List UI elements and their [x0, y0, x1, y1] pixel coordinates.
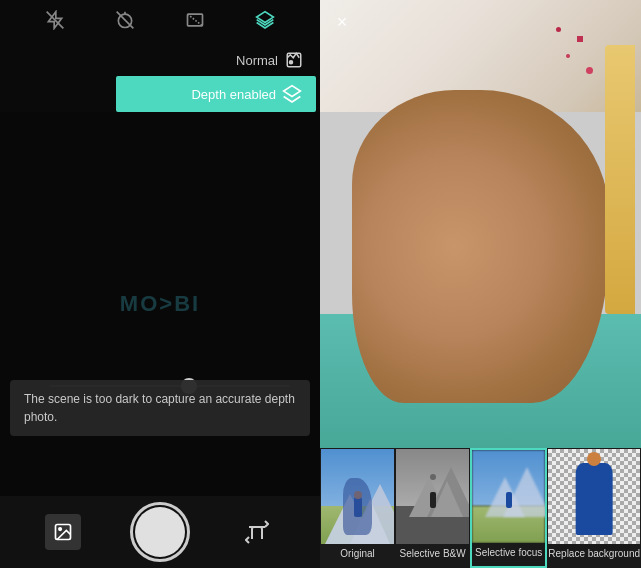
flower-dot-1 — [577, 36, 583, 42]
depth-enabled-option[interactable]: Depth enabled — [116, 76, 316, 112]
shutter-inner — [135, 507, 185, 557]
svg-point-8 — [290, 61, 293, 64]
mode-bar: Normal Depth enabled — [0, 44, 320, 112]
filter-replace-bg[interactable]: Replace background — [547, 448, 641, 568]
filter-thumb-original — [321, 449, 394, 544]
top-icon-bar — [0, 0, 320, 40]
close-icon: × — [337, 12, 348, 33]
svg-line-5 — [188, 14, 203, 26]
close-button[interactable]: × — [330, 10, 354, 34]
gallery-button[interactable] — [45, 514, 81, 550]
camera-controls — [0, 496, 320, 568]
flower-dot-3 — [556, 27, 561, 32]
svg-rect-4 — [188, 14, 203, 26]
camera-panel: Normal Depth enabled MO>BI — [0, 0, 320, 568]
depth-mode-label: Depth enabled — [191, 87, 276, 102]
warning-text: The scene is too dark to capture an accu… — [24, 392, 295, 424]
warning-message: The scene is too dark to capture an accu… — [10, 380, 310, 436]
flower-dot-4 — [586, 67, 593, 74]
filter-selective-bw[interactable]: Selective B&W — [395, 448, 470, 568]
edit-panel: × Original — [320, 0, 641, 568]
svg-marker-9 — [284, 86, 301, 97]
filter-thumb-replace-bg — [548, 449, 640, 544]
shutter-button[interactable] — [130, 502, 190, 562]
filter-label-bw: Selective B&W — [400, 548, 466, 559]
filter-label-replace-bg: Replace background — [548, 548, 640, 559]
flip-camera-button[interactable] — [239, 514, 275, 550]
filter-strip: Original Selective B&W — [320, 448, 641, 568]
normal-mode-option[interactable]: Normal — [224, 44, 316, 76]
aspect-ratio-icon[interactable] — [181, 6, 209, 34]
timer-off-icon[interactable] — [111, 6, 139, 34]
flash-off-icon[interactable] — [41, 6, 69, 34]
watermark: MO>BI — [120, 291, 200, 317]
depth-mode-icon — [282, 84, 302, 104]
layers-icon[interactable] — [251, 6, 279, 34]
photo-preview — [320, 0, 641, 448]
filter-label-selective-focus: Selective focus — [475, 547, 542, 558]
filter-selective-focus[interactable]: Selective focus — [470, 448, 547, 568]
svg-point-11 — [58, 528, 61, 531]
camera-viewfinder: MO>BI The scene is too dark to capture a… — [0, 112, 320, 496]
hand-subject — [352, 90, 609, 404]
normal-mode-label: Normal — [236, 53, 278, 68]
filter-thumb-selective-focus — [472, 450, 545, 543]
right-decoration — [605, 45, 635, 314]
filter-thumb-bw — [396, 449, 469, 544]
normal-mode-icon — [284, 50, 304, 70]
filter-original[interactable]: Original — [320, 448, 395, 568]
filter-label-original: Original — [340, 548, 374, 559]
